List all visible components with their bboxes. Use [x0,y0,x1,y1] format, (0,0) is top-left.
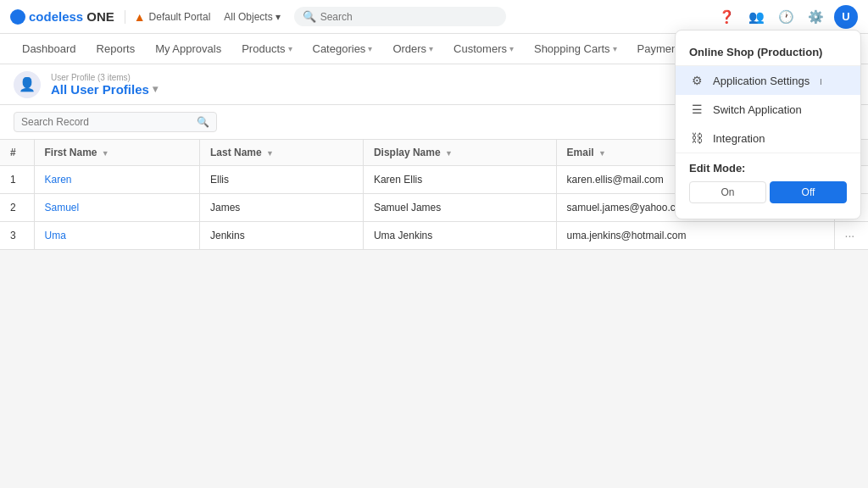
nav-item-categories[interactable]: Categories ▾ [304,37,381,60]
cell-firstname[interactable]: Uma [34,222,199,250]
chevron-down-icon: ▾ [288,44,292,53]
edit-mode-section: Edit Mode: On Off [676,152,860,212]
cell-firstname[interactable]: Karen [34,166,199,194]
cell-displayname: Uma Jenkins [363,222,556,250]
history-icon: 🕐 [778,9,794,25]
col-header-firstname[interactable]: First Name ▼ [34,140,199,166]
col-header-num: # [0,140,34,166]
nav-item-customers[interactable]: Customers ▾ [445,37,522,60]
help-icon-button[interactable]: ❓ [715,6,738,28]
cell-lastname: James [199,194,363,222]
chevron-down-icon: ▾ [429,44,433,53]
page-subtitle: User Profile (3 items) [51,73,158,82]
contacts-icon-button[interactable]: 👥 [745,6,768,28]
search-icon: 🔍 [303,10,316,23]
firstname-link[interactable]: Samuel [45,202,80,214]
history-icon-button[interactable]: 🕐 [775,6,798,28]
cell-num: 1 [0,166,34,194]
edit-mode-on-button[interactable]: On [689,181,766,203]
chevron-down-icon: ▾ [613,44,617,53]
application-dropdown: Online Shop (Production) ⚙ Application S… [675,30,861,219]
all-objects-label: All Objects [224,11,272,23]
nav-icons-group: ❓ 👥 🕐 ⚙️ U [715,5,858,29]
cell-displayname: Samuel James [363,194,556,222]
chevron-down-icon: ▾ [368,44,372,53]
search-input[interactable] [320,11,498,23]
top-navbar: codelessONE ▲ Default Portal All Objects… [0,0,868,34]
cell-actions[interactable]: ··· [834,222,868,250]
user-profile-icon: 👤 [14,71,41,98]
avatar[interactable]: U [834,5,858,29]
sort-icon: ▼ [102,149,109,158]
portal-icon: ▲ [134,10,146,24]
dropdown-item-application-settings[interactable]: ⚙ Application Settings | [676,66,860,95]
search-record-icon: 🔍 [197,116,209,128]
cell-firstname[interactable]: Samuel [34,194,199,222]
avatar-letter: U [842,10,849,23]
nav-item-approvals[interactable]: My Approvals [147,37,230,60]
firstname-link[interactable]: Uma [45,230,66,241]
cell-num: 2 [0,194,34,222]
settings-gear-icon: ⚙ [689,74,704,87]
nav-item-dashboard[interactable]: Dashboard [14,37,85,60]
portal-label: Default Portal [149,11,211,23]
page-title[interactable]: All User Profiles ▾ [51,82,158,97]
chevron-down-icon: ▾ [275,11,281,23]
col-header-lastname[interactable]: Last Name ▼ [199,140,363,166]
settings-icon: ⚙️ [808,9,824,25]
chevron-down-icon: ▾ [153,83,158,95]
application-settings-label: Application Settings [713,75,810,87]
cell-displayname: Karen Ellis [363,166,556,194]
nav-item-shopping-carts[interactable]: Shopping Carts ▾ [526,37,626,60]
all-objects-button[interactable]: All Objects ▾ [219,8,285,26]
sort-icon: ▼ [598,149,606,158]
portal-badge[interactable]: ▲ Default Portal [125,10,211,24]
cell-num: 3 [0,222,34,250]
integration-label: Integration [713,132,765,145]
switch-application-label: Switch Application [713,103,802,116]
logo-icon [10,9,25,25]
sort-icon: ▼ [266,149,274,158]
cursor-indicator: | [820,77,821,85]
integration-icon: ⛓ [689,131,704,145]
cell-email: uma.jenkins@hotmail.com [556,222,834,250]
cell-lastname: Ellis [199,166,363,194]
dropdown-header: Online Shop (Production) [676,37,860,66]
logo[interactable]: codelessONE [10,9,114,25]
search-record-container[interactable]: 🔍 [14,112,217,132]
row-actions-menu[interactable]: ··· [845,229,855,242]
settings-icon-button[interactable]: ⚙️ [804,6,827,28]
col-header-displayname[interactable]: Display Name ▼ [363,140,556,166]
nav-item-products[interactable]: Products ▾ [233,37,300,60]
cell-lastname: Jenkins [199,222,363,250]
nav-item-orders[interactable]: Orders ▾ [384,37,442,60]
help-icon: ❓ [719,9,735,25]
edit-mode-label: Edit Mode: [689,162,847,175]
page-title-group: User Profile (3 items) All User Profiles… [51,73,158,97]
edit-mode-off-button[interactable]: Off [770,181,847,203]
search-record-input[interactable] [21,116,192,128]
switch-icon: ☰ [689,103,704,116]
dropdown-item-switch-application[interactable]: ☰ Switch Application [676,95,860,124]
sort-icon: ▼ [445,149,453,158]
dropdown-item-integration[interactable]: ⛓ Integration [676,124,860,152]
global-search[interactable]: 🔍 [294,7,506,26]
contacts-icon: 👥 [748,9,765,25]
nav-item-reports[interactable]: Reports [88,37,144,60]
firstname-link[interactable]: Karen [45,174,72,186]
edit-mode-buttons: On Off [689,181,847,203]
chevron-down-icon: ▾ [509,44,514,53]
table-row: 3 Uma Jenkins Uma Jenkins uma.jenkins@ho… [0,222,868,250]
